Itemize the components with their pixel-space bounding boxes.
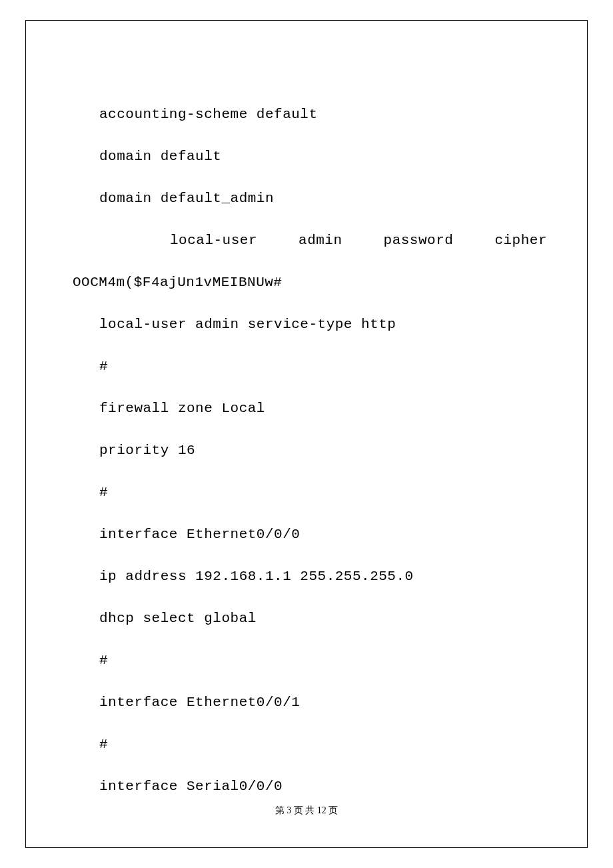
config-line: interface Ethernet0/0/1 [99, 695, 547, 709]
config-line: domain default [99, 149, 547, 163]
config-line: # [99, 485, 547, 499]
config-line: # [99, 653, 547, 667]
config-line: local-user admin password cipher [99, 233, 547, 247]
config-line: firewall zone Local [99, 401, 547, 415]
page-border: accounting-scheme default domain default… [25, 20, 588, 848]
config-line: accounting-scheme default [99, 107, 547, 121]
config-line: # [99, 359, 547, 373]
document-content: accounting-scheme default domain default… [99, 107, 547, 821]
config-line: # [99, 737, 547, 751]
page-footer: 第 3 页 共 12 页 [26, 805, 587, 817]
config-line: local-user admin service-type http [99, 317, 547, 331]
config-line: domain default_admin [99, 191, 547, 205]
config-line: dhcp select global [99, 611, 547, 625]
config-line: ip address 192.168.1.1 255.255.255.0 [99, 569, 547, 583]
config-line: priority 16 [99, 443, 547, 457]
config-line: OOCM4m($F4ajUn1vMEIBNUw# [73, 275, 547, 289]
config-line: interface Serial0/0/0 [99, 779, 547, 793]
config-line: interface Ethernet0/0/0 [99, 527, 547, 541]
